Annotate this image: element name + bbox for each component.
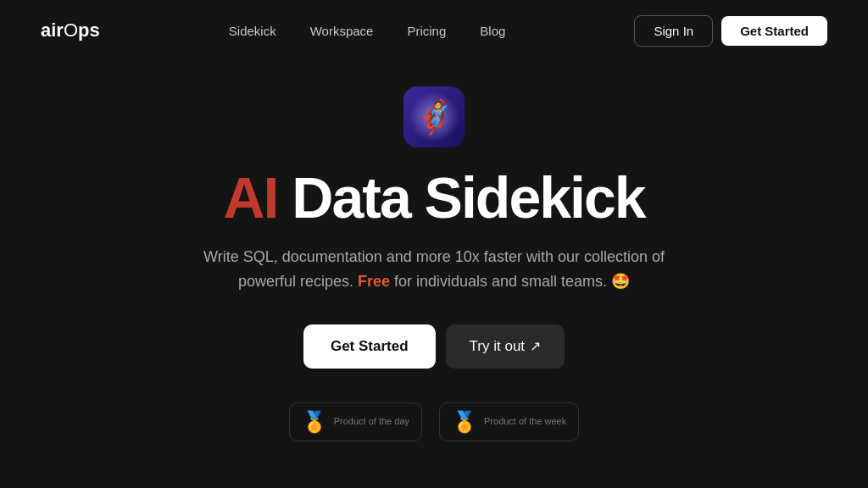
- nav-buttons: Sign In Get Started: [634, 15, 827, 47]
- hero-subtitle-end: for individuals and small teams. 🤩: [390, 273, 630, 290]
- hero-title-ai: AI: [223, 165, 277, 230]
- logo: airOps: [41, 19, 100, 42]
- badge-week-medal: 🏅: [452, 410, 477, 434]
- badge-day-label: Product of the day: [334, 416, 409, 427]
- hero-title: AI Data Sidekick: [223, 168, 644, 228]
- hero-title-rest: Data Sidekick: [277, 165, 644, 230]
- hero-subtitle: Write SQL, documentation and more 10x fa…: [188, 245, 680, 294]
- cta-secondary-button[interactable]: Try it out ↗: [446, 324, 565, 369]
- hero-icon-bg: 🦸: [403, 86, 465, 147]
- nav-link-blog[interactable]: Blog: [466, 17, 519, 45]
- hero-icon-emoji: 🦸: [415, 98, 454, 136]
- logo-ops-o: O: [64, 19, 78, 42]
- hero-section: 🦸 AI Data Sidekick Write SQL, documentat…: [0, 61, 868, 441]
- hero-icon-container: 🦸: [403, 86, 465, 147]
- logo-ops-ps: ps: [78, 19, 100, 42]
- badge-day: 🏅 Product of the day: [289, 402, 422, 441]
- badges-container: 🏅 Product of the day 🏅 Product of the we…: [289, 402, 580, 441]
- hero-subtitle-free: Free: [358, 273, 390, 290]
- nav-link-workspace[interactable]: Workspace: [297, 17, 387, 45]
- cta-secondary-label: Try it out: [470, 338, 526, 355]
- getstarted-nav-button[interactable]: Get Started: [721, 16, 827, 46]
- signin-button[interactable]: Sign In: [634, 15, 713, 47]
- badge-week-label: Product of the week: [484, 416, 566, 427]
- nav-links: Sidekick Workspace Pricing Blog: [215, 17, 520, 45]
- nav-link-sidekick[interactable]: Sidekick: [215, 17, 290, 45]
- nav-link-pricing[interactable]: Pricing: [393, 17, 459, 45]
- cta-buttons: Get Started Try it out ↗: [303, 324, 565, 369]
- logo-text: air: [41, 19, 64, 42]
- navbar: airOps Sidekick Workspace Pricing Blog S…: [0, 0, 868, 61]
- badge-week: 🏅 Product of the week: [439, 402, 579, 441]
- cta-primary-button[interactable]: Get Started: [303, 324, 436, 369]
- cta-secondary-icon: ↗: [530, 338, 541, 354]
- badge-day-medal: 🏅: [302, 410, 327, 434]
